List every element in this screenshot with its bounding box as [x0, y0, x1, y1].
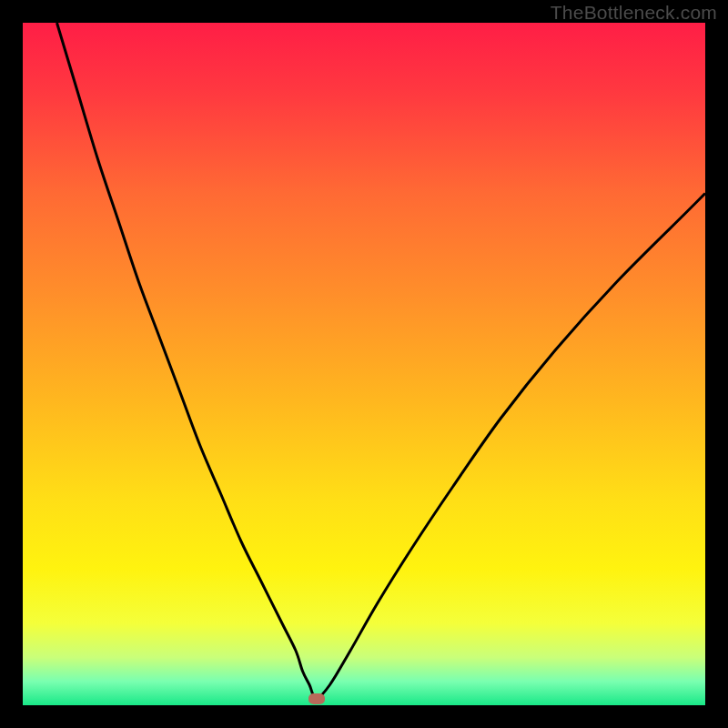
minimum-marker-icon — [308, 693, 325, 704]
plot-area — [23, 23, 705, 705]
chart-frame: TheBottleneck.com — [0, 0, 728, 728]
bottleneck-curve — [23, 23, 705, 705]
watermark-text: TheBottleneck.com — [551, 2, 717, 24]
